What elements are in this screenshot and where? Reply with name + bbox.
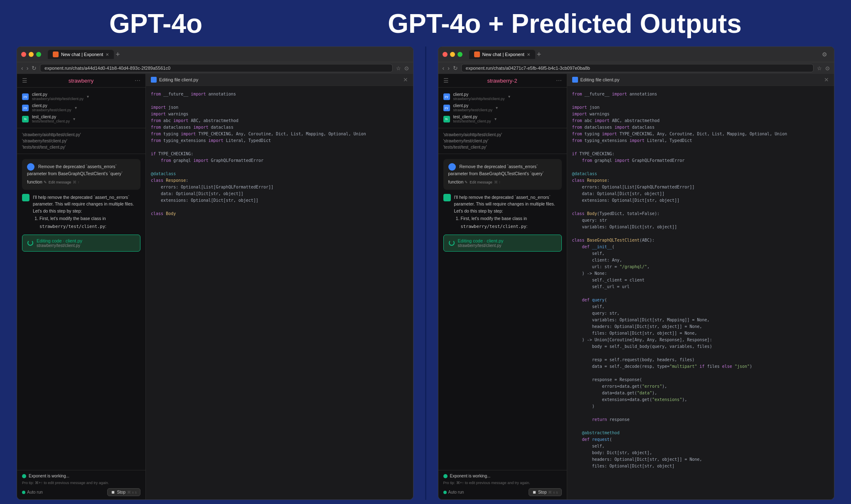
right-code-content: from __future__ import annotations impor…: [567, 86, 834, 499]
right-refresh-btn[interactable]: ↻: [453, 65, 458, 71]
code-line: class Body: [151, 210, 408, 217]
right-back-btn[interactable]: ‹: [443, 65, 445, 71]
left-code-close-btn[interactable]: ✕: [403, 76, 408, 83]
right-file-item-2[interactable]: py client.py strawberry/test/client.py ▾: [438, 102, 567, 113]
left-file-arrow-3: ▾: [73, 117, 75, 121]
right-code-panel-title: Editing file client.py: [572, 77, 620, 83]
right-chat-area: Remove the deprecated `asserts_errors` p…: [438, 154, 567, 470]
right-maximize-btn[interactable]: [457, 52, 462, 57]
right-settings-icon[interactable]: ⚙: [822, 51, 827, 58]
left-sidebar-menu-icon[interactable]: ☰: [22, 77, 27, 84]
right-file-item-1[interactable]: py client.py strawberry/aiohttp/test/cli…: [438, 91, 567, 102]
left-file-item-2[interactable]: py client.py strawberry/test/client.py ▾: [17, 102, 145, 113]
code-line: [151, 98, 408, 104]
right-new-tab-btn[interactable]: +: [537, 50, 541, 59]
left-path-2: 'strawberry/test/client.py': [22, 138, 140, 144]
code-line: return response: [572, 416, 829, 423]
right-address-bar[interactable]: exponent.run/chats/a04271c7-e5fb-46f5-b4…: [461, 64, 814, 72]
left-edit-kbd: ⌘ ↑: [73, 180, 79, 186]
code-line: class Response:: [151, 177, 408, 184]
code-line: if TYPE_CHECKING:: [572, 151, 829, 157]
code-line: extensions: Optional[Dict[str, object]]: [572, 197, 829, 204]
left-edit-message-btn[interactable]: ✎ Edit message ⌘ ↑: [44, 180, 80, 186]
right-file-item-3[interactable]: ts test_client.py tests/test/test_client…: [438, 113, 567, 125]
left-stop-button[interactable]: ⏹ Stop ⌘ x s: [107, 488, 140, 496]
code-line: from graphql import GraphQLFormattedErro…: [572, 157, 829, 164]
left-minimize-btn[interactable]: [29, 52, 34, 57]
code-line: self._client = client: [572, 277, 829, 284]
left-tab-active[interactable]: New chat | Exponent ✕: [48, 50, 114, 59]
code-line: @dataclass: [572, 171, 829, 177]
right-minimize-btn[interactable]: [450, 52, 455, 57]
left-file-path-3: tests/test/test_client.py: [32, 119, 70, 123]
code-line: import json: [151, 104, 408, 111]
right-stop-label: Stop: [538, 490, 547, 494]
left-file-name-2: client.py: [32, 103, 71, 108]
left-ai-message: I'll help remove the deprecated `assert_…: [22, 194, 140, 252]
code-line: from typing import TYPE_CHECKING, Any, C…: [572, 131, 829, 137]
left-sidebar-info-icon[interactable]: ⋯: [135, 77, 140, 84]
code-line: def __init__(: [572, 244, 829, 250]
left-file-name-3: test_client.py: [32, 115, 70, 119]
right-sidebar-info-icon[interactable]: ⋯: [556, 77, 562, 84]
right-code-close-btn[interactable]: ✕: [824, 76, 829, 83]
left-file-item-3[interactable]: ts test_client.py tests/test/test_client…: [17, 113, 145, 125]
right-forward-btn[interactable]: ›: [448, 65, 450, 71]
code-line: files: Optional[Dict[str, object]] = Non…: [572, 330, 829, 337]
left-bookmark-icon[interactable]: ☆: [396, 65, 401, 71]
right-sidebar: ☰ strawberry-2 ⋯ py client.py strawberry…: [438, 74, 567, 499]
left-path-1: 'strawberry/aiohttp/test/client.py': [22, 132, 140, 138]
left-address-bar[interactable]: exponent.run/chats/a44d14d0-41b8-40d4-89…: [40, 64, 392, 72]
left-maximize-btn[interactable]: [36, 52, 41, 57]
left-toolbar-row: Auto run ⏹ Stop ⌘ x s: [22, 488, 140, 496]
right-edit-message-btn[interactable]: ✎ Edit message ⌘ ↑: [465, 180, 501, 186]
left-file-icon-2: py: [22, 105, 29, 111]
left-file-path-2: strawberry/test/client.py: [32, 108, 71, 112]
code-line: ) -> None:: [572, 270, 829, 277]
right-code-panel-header: Editing file client.py ✕: [567, 74, 834, 86]
left-ai-icon: [22, 194, 30, 201]
code-line: [151, 144, 408, 151]
left-file-item-1[interactable]: py client.py strawberry/aiohttp/test/cli…: [17, 91, 145, 102]
right-working-indicator: Exponent is working...: [443, 474, 562, 478]
code-line: [572, 230, 829, 237]
vertical-divider: [425, 46, 426, 500]
right-tab-active[interactable]: New chat | Exponent ✕: [469, 50, 535, 59]
left-refresh-btn[interactable]: ↻: [32, 65, 37, 71]
left-close-btn[interactable]: [21, 52, 26, 57]
right-tab-label: New chat | Exponent: [482, 52, 524, 57]
right-close-btn[interactable]: [443, 52, 448, 57]
right-file-icon-1: py: [443, 93, 450, 100]
left-edit-label: Edit message: [49, 180, 71, 186]
left-tab-bar: New chat | Exponent ✕ +: [48, 50, 120, 59]
right-file-icon-3: ts: [443, 116, 450, 122]
left-stop-kbd: ⌘ x s: [127, 490, 137, 494]
right-stop-button[interactable]: ⏹ Stop ⌘ x s: [529, 488, 562, 496]
left-ai-text: I'll help remove the deprecated `assert_…: [33, 194, 140, 215]
right-browser-window: New chat | Exponent ✕ + ⚙ ‹ › ↻ exponent…: [438, 46, 835, 500]
main-container: GPT-4o GPT-4o + Predicted Outputs New ch…: [0, 0, 851, 504]
right-profile-icon[interactable]: ⊙: [825, 65, 830, 71]
left-back-btn[interactable]: ‹: [21, 65, 23, 71]
left-file-arrow-1: ▾: [87, 94, 89, 99]
code-line: from abc import ABC, abstractmethod: [572, 117, 829, 124]
left-profile-icon[interactable]: ⊙: [404, 65, 409, 71]
left-new-tab-btn[interactable]: +: [116, 50, 120, 59]
right-bookmark-icon[interactable]: ☆: [817, 65, 822, 71]
code-line: @dataclass: [151, 171, 408, 177]
right-auto-run: Auto run: [443, 490, 464, 494]
right-tab-close[interactable]: ✕: [527, 52, 530, 57]
left-forward-btn[interactable]: ›: [27, 65, 29, 71]
left-code-panel-header: Editing file client.py ✕: [146, 74, 413, 86]
right-user-icon: [448, 163, 456, 171]
right-auto-run-label: Auto run: [448, 490, 464, 494]
code-line: files: Optional[Dict[str, object]: [572, 463, 829, 470]
left-file-icon-3: ts: [22, 116, 29, 122]
right-sidebar-menu-icon[interactable]: ☰: [443, 77, 449, 84]
code-line: [151, 204, 408, 210]
left-working-dot: [22, 474, 26, 478]
right-sidebar-footer: Exponent is working... Pro tip: ⌘+↑ to e…: [438, 470, 567, 499]
left-tab-close[interactable]: ✕: [106, 52, 109, 57]
left-stop-label: Stop: [117, 490, 125, 494]
left-auto-run: Auto run: [22, 490, 43, 494]
